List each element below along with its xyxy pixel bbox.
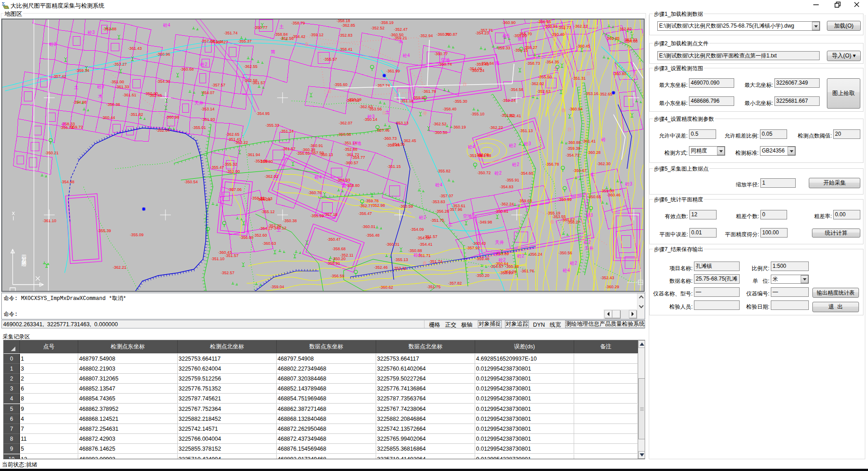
svg-text:·359.33: ·359.33	[496, 46, 510, 50]
svg-text:·355.39: ·355.39	[97, 228, 111, 233]
svg-text:·354.30: ·354.30	[156, 79, 170, 84]
svg-text:·351.31: ·351.31	[572, 76, 586, 81]
svg-text:·361.33: ·361.33	[115, 85, 129, 89]
svg-text:·357.57: ·357.57	[212, 83, 226, 87]
svg-text:·359.34: ·359.34	[75, 68, 90, 73]
svg-text:·351.10: ·351.10	[211, 257, 225, 261]
svg-text:·352.98: ·352.98	[371, 203, 385, 208]
svg-text:·362.45: ·362.45	[148, 93, 162, 98]
svg-text:·360.50: ·360.50	[434, 130, 448, 135]
svg-text:·350.72: ·350.72	[477, 171, 491, 175]
svg-text:·352.00: ·352.00	[226, 169, 240, 174]
svg-text:空地: 空地	[463, 214, 472, 219]
svg-text:·355.50: ·355.50	[538, 75, 552, 79]
svg-text:·356.28: ·356.28	[435, 209, 449, 214]
svg-text:·360.43: ·360.43	[472, 241, 486, 246]
svg-text:·359.72: ·359.72	[69, 125, 83, 129]
svg-text:砼3: 砼3	[97, 84, 104, 89]
svg-text:·362.65: ·362.65	[226, 132, 240, 137]
svg-text:简: 简	[495, 61, 500, 66]
svg-text:·355.19: ·355.19	[547, 211, 561, 215]
svg-text:·357.06: ·357.06	[228, 187, 242, 192]
svg-text:·353.27: ·353.27	[113, 62, 127, 67]
svg-text:·353.16: ·353.16	[585, 91, 599, 96]
svg-text:·355.47: ·355.47	[210, 165, 224, 170]
svg-text:空地: 空地	[441, 57, 450, 62]
svg-text:·359.24: ·359.24	[502, 98, 516, 103]
svg-text:·355.09: ·355.09	[130, 233, 144, 237]
svg-text:·353.83: ·353.83	[431, 200, 445, 204]
svg-text:·358.18: ·358.18	[336, 19, 350, 23]
svg-text:·355.60: ·355.60	[334, 82, 348, 87]
svg-text:砼2: 砼2	[517, 253, 524, 258]
svg-text:·362.22: ·362.22	[574, 24, 588, 29]
svg-text:·360.63: ·360.63	[262, 241, 276, 246]
svg-text:·350.21: ·350.21	[45, 151, 59, 155]
svg-text:·353.13: ·353.13	[395, 121, 409, 125]
svg-text:·358.79: ·358.79	[291, 21, 305, 25]
svg-text:·354.48: ·354.48	[61, 180, 75, 184]
svg-text:砼5: 砼5	[502, 33, 510, 38]
svg-text:·355.30: ·355.30	[453, 99, 467, 104]
svg-text:·351.74: ·351.74	[429, 259, 443, 264]
svg-text:·358.41: ·358.41	[339, 47, 353, 52]
svg-text:·360.94: ·360.94	[569, 107, 583, 111]
svg-text:·361.61: ·361.61	[123, 93, 137, 97]
svg-text:·356.59: ·356.59	[330, 274, 344, 278]
svg-text:·360.13: ·360.13	[319, 152, 333, 157]
svg-text:·357.07: ·357.07	[439, 194, 453, 198]
svg-text:·357.74: ·357.74	[376, 83, 390, 88]
svg-text:·360.43: ·360.43	[218, 250, 232, 255]
svg-text:·355.01: ·355.01	[192, 125, 206, 130]
svg-text:·359.91: ·359.91	[412, 95, 426, 100]
svg-text:·355.82: ·355.82	[437, 169, 451, 173]
svg-text:砼4: 砼4	[413, 252, 421, 257]
svg-text:·354.77: ·354.77	[351, 155, 365, 160]
svg-text:·361.41: ·361.41	[582, 139, 596, 143]
svg-text:·361.94: ·361.94	[246, 152, 260, 157]
svg-text:·359.12: ·359.12	[310, 33, 324, 37]
svg-text:·351.14: ·351.14	[280, 129, 294, 133]
svg-text:·357.46: ·357.46	[376, 128, 390, 133]
svg-text:砼2: 砼2	[200, 62, 208, 67]
svg-text:·357.42: ·357.42	[52, 74, 66, 79]
svg-text:土: 土	[74, 85, 79, 90]
svg-text:·359.00: ·359.00	[600, 189, 614, 193]
svg-text:·350.77: ·350.77	[254, 25, 268, 30]
svg-text:·355.59: ·355.59	[310, 214, 324, 218]
svg-text:·360.57: ·360.57	[344, 161, 359, 165]
svg-text:·360.80: ·360.80	[613, 71, 627, 76]
svg-text:·353.29: ·353.29	[503, 270, 517, 274]
svg-text:砼3: 砼3	[585, 213, 593, 218]
svg-text:·352.56: ·352.56	[280, 36, 294, 41]
svg-text:·360.45: ·360.45	[576, 44, 590, 48]
svg-text:·354.06: ·354.06	[468, 67, 482, 71]
svg-text:砼2: 砼2	[583, 240, 591, 245]
svg-text:·355.37: ·355.37	[238, 39, 252, 43]
svg-text:台: 台	[382, 110, 387, 115]
svg-text:春: 春	[550, 219, 555, 224]
svg-text:·356.56: ·356.56	[537, 19, 551, 24]
svg-text:·351.75: ·351.75	[427, 285, 441, 289]
svg-text:·361.43: ·361.43	[128, 46, 142, 51]
svg-text:土: 土	[590, 171, 595, 176]
svg-text:砼3: 砼3	[49, 42, 57, 47]
svg-text:·362.24: ·362.24	[500, 202, 514, 206]
svg-text:·351.75: ·351.75	[430, 218, 444, 223]
svg-text:·352.52: ·352.52	[371, 26, 385, 30]
svg-text:·351.13: ·351.13	[519, 128, 533, 133]
svg-text:·360.67: ·360.67	[561, 218, 575, 222]
svg-text:·361.93: ·361.93	[201, 117, 215, 122]
svg-text:砼4: 砼4	[435, 182, 443, 187]
svg-text:台: 台	[567, 127, 572, 132]
svg-text:·354.73: ·354.73	[566, 153, 580, 157]
svg-text:砼4: 砼4	[562, 268, 570, 273]
svg-text:·350.38: ·350.38	[283, 219, 297, 223]
svg-text:·360.77: ·360.77	[434, 52, 448, 56]
svg-text:·356.48: ·356.48	[366, 233, 380, 238]
svg-text:·354.98: ·354.98	[73, 100, 87, 105]
svg-text:·351.41: ·351.41	[227, 137, 241, 142]
svg-text:·356.47: ·356.47	[358, 211, 372, 216]
svg-text:台: 台	[462, 81, 467, 86]
svg-text:·359.63: ·359.63	[518, 199, 532, 203]
